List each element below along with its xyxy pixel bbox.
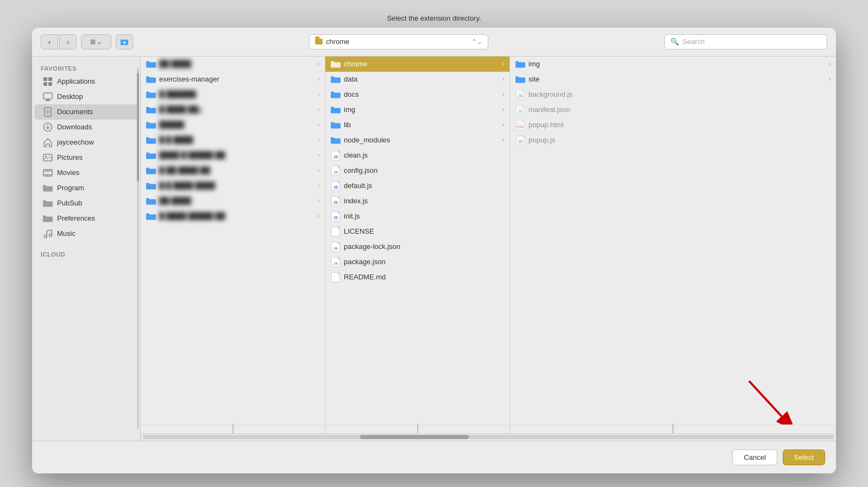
forward-button[interactable]: › <box>59 34 77 49</box>
movies-label: Movies <box>57 168 79 177</box>
list-item[interactable]: JS config.json <box>325 163 510 178</box>
list-item[interactable]: █ ████ ██g › <box>141 102 325 117</box>
list-item[interactable]: JS init.js <box>325 209 510 224</box>
folder-icon-el <box>331 135 341 145</box>
sidebar-item-pubsub[interactable]: PubSub <box>34 196 138 211</box>
sidebar-item-downloads[interactable]: Downloads <box>34 120 138 135</box>
sidebar-scrollbar[interactable] <box>137 67 139 430</box>
folder-icon-el <box>331 105 341 115</box>
file-name: package-lock.json <box>344 242 504 251</box>
list-item[interactable]: JS clean.js <box>325 148 510 163</box>
chevron-icon: › <box>318 183 319 189</box>
file-name: █████ <box>159 121 315 129</box>
location-text: chrome <box>326 38 349 46</box>
red-arrow-icon <box>738 376 792 424</box>
file-name: README.md <box>344 273 504 281</box>
files-area: ██ ████ › exercises-manager › <box>141 57 836 441</box>
list-item[interactable]: █ ██ ████ ██ › <box>141 163 325 178</box>
list-item[interactable]: img › <box>510 57 836 72</box>
list-item[interactable]: █ ██████ › <box>141 87 325 102</box>
json-file-icon: JS <box>331 166 341 176</box>
file-name: default.js <box>344 182 504 190</box>
js-file-icon: JS <box>515 135 525 145</box>
folder-icon-el <box>515 74 525 84</box>
chevron-icon: › <box>502 61 504 67</box>
list-item[interactable]: README.md <box>325 270 510 285</box>
preferences-label: Preferences <box>57 214 95 222</box>
file-dialog: ‹ › ⊞ ⌄ chrome ⌃ <box>32 28 836 473</box>
sidebar-item-desktop[interactable]: Desktop <box>34 89 138 104</box>
cancel-button[interactable]: Cancel <box>732 449 777 465</box>
list-item[interactable]: lib › <box>325 117 510 133</box>
file-name: LICENSE <box>344 227 504 235</box>
file-name: img <box>344 105 499 114</box>
list-item[interactable]: node_modules › <box>325 133 510 148</box>
file-name: index.js <box>344 197 504 205</box>
list-item[interactable]: JS index.js <box>325 193 510 209</box>
list-item[interactable]: site › <box>510 72 836 87</box>
file-name: █ ██████ <box>159 90 315 98</box>
resize-handle[interactable] <box>672 423 674 433</box>
list-item[interactable]: exercises-manager › <box>141 72 325 87</box>
list-item[interactable]: JS manifest.json <box>510 102 836 117</box>
svg-point-29 <box>49 234 52 236</box>
list-item[interactable]: █ █ ████ ████ › <box>141 178 325 193</box>
back-button[interactable]: ‹ <box>41 34 58 49</box>
sidebar-item-pictures[interactable]: Pictures <box>34 150 138 165</box>
file-name: popup.js <box>529 136 831 144</box>
list-item[interactable]: ██ ████ › <box>141 193 325 209</box>
list-item[interactable]: ██ ████ › <box>141 57 325 72</box>
list-item[interactable]: docs › <box>325 87 510 102</box>
list-item[interactable]: █████ › <box>141 117 325 133</box>
icloud-label: iCloud <box>32 248 140 260</box>
file-name: popup.html <box>529 121 831 129</box>
folder-icon-el <box>146 74 156 84</box>
column1-footer <box>141 424 325 433</box>
sidebar-item-music[interactable]: Music <box>34 226 138 241</box>
sidebar-item-movies[interactable]: Movies <box>34 165 138 180</box>
list-item[interactable]: ████ █ █████ ██ › <box>141 148 325 163</box>
list-item[interactable]: JS default.js <box>325 178 510 193</box>
list-item[interactable]: █ ████ █████ ██ › <box>141 209 325 224</box>
resize-handle[interactable] <box>232 423 234 433</box>
red-arrow-container <box>510 370 836 424</box>
list-item[interactable]: JS popup.js <box>510 133 836 148</box>
downloads-label: Downloads <box>57 123 92 131</box>
list-item[interactable]: JS background.js <box>510 87 836 102</box>
new-folder-icon <box>120 38 129 46</box>
new-folder-button[interactable] <box>116 34 133 49</box>
list-item[interactable]: JS package-lock.json <box>325 239 510 254</box>
select-button[interactable]: Select <box>783 449 825 465</box>
file-name: init.js <box>344 212 504 220</box>
folder-icon-el <box>331 90 341 99</box>
js-file-icon: JS <box>515 90 525 99</box>
location-folder-icon <box>315 39 323 45</box>
list-item[interactable]: █ █ ████ › <box>141 133 325 148</box>
list-item[interactable]: data › <box>325 72 510 87</box>
home-icon <box>43 138 53 147</box>
plain-file-icon <box>331 272 341 282</box>
music-label: Music <box>57 229 76 238</box>
location-bar[interactable]: chrome ⌃⌄ <box>309 34 488 49</box>
list-item[interactable]: LICENSE <box>325 224 510 239</box>
list-item[interactable]: chrome › <box>325 57 510 72</box>
sidebar-item-applications[interactable]: Applications <box>34 74 138 89</box>
file-name: package.json <box>344 258 504 266</box>
list-item[interactable]: img › <box>325 102 510 117</box>
sidebar-item-documents[interactable]: Documents <box>34 104 138 120</box>
horizontal-scrollbar[interactable] <box>141 433 836 441</box>
chevron-icon: › <box>502 76 504 82</box>
view-toggle-button[interactable]: ⊞ ⌄ <box>81 34 111 49</box>
search-bar[interactable]: 🔍 Search <box>664 34 827 49</box>
svg-rect-9 <box>45 101 51 101</box>
sidebar-item-preferences[interactable]: Preferences <box>34 211 138 226</box>
file-name: █ █ ████ <box>159 136 315 144</box>
chevron-icon: › <box>318 61 319 67</box>
list-item[interactable]: JS package.json <box>325 254 510 270</box>
location-chevron-icon: ⌃⌄ <box>471 38 482 46</box>
resize-handle[interactable] <box>417 423 418 433</box>
list-item[interactable]: HTML popup.html <box>510 117 836 133</box>
sidebar-item-program[interactable]: Program <box>34 180 138 196</box>
sidebar-item-home[interactable]: jayceechow <box>34 135 138 150</box>
documents-label: Documents <box>57 108 93 116</box>
